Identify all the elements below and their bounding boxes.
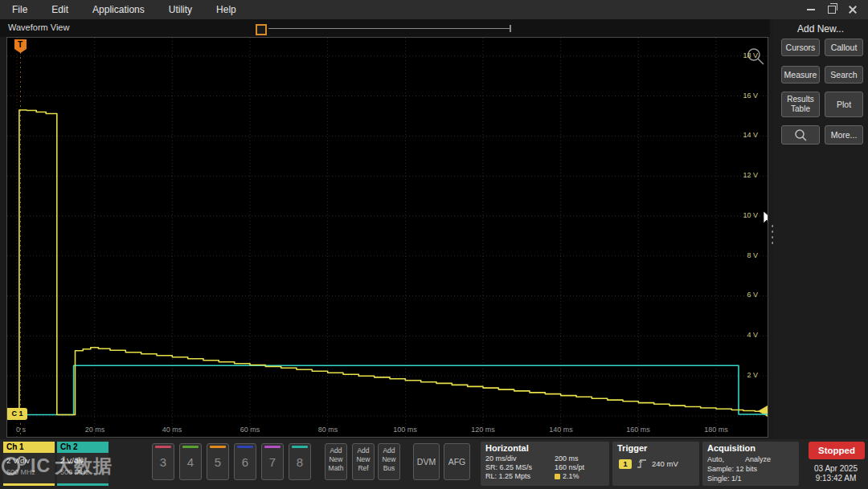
- channel8-label: 8: [289, 455, 310, 469]
- add-new-bus-line2: New: [382, 455, 395, 463]
- x-axis-label: 80 ms: [318, 426, 338, 434]
- menu-edit[interactable]: Edit: [39, 0, 80, 19]
- trigger-title: Trigger: [612, 442, 699, 453]
- channel5-color-stripe: [210, 446, 226, 448]
- window-controls: [800, 0, 863, 19]
- add-new-ref-button[interactable]: Add New Ref: [352, 443, 375, 480]
- waveform-canvas: T: [7, 38, 768, 437]
- add-new-bus-line1: Add: [383, 446, 395, 454]
- zoom-scrollbar-handle[interactable]: [256, 24, 267, 35]
- acquisition-sample: Sample: 12 bits: [707, 464, 799, 474]
- x-axis-label: 160 ms: [626, 426, 650, 434]
- more-button[interactable]: More...: [825, 125, 863, 145]
- channel6-button[interactable]: 6: [234, 443, 256, 480]
- trigger-panel[interactable]: Trigger 1 240 mV: [612, 442, 699, 486]
- close-button[interactable]: [842, 0, 863, 19]
- channel1-name: Ch 1: [3, 442, 55, 453]
- channel7-color-stripe: [264, 446, 280, 448]
- channel3-label: 3: [153, 455, 174, 469]
- add-new-ref-line1: Add: [357, 446, 369, 454]
- channel4-label: 4: [180, 455, 201, 469]
- zoom-scrollbar-track[interactable]: [268, 28, 510, 29]
- zoom-scrollbar[interactable]: [256, 22, 521, 35]
- add-new-ref-line3: Ref: [358, 464, 368, 472]
- search-button[interactable]: Search: [825, 66, 863, 84]
- channel4-button[interactable]: 4: [179, 443, 202, 480]
- y-axis-label: 8 V: [724, 251, 758, 259]
- channel1-ground-badge[interactable]: C 1: [7, 408, 27, 420]
- acquisition-analyze: Analyze: [745, 454, 771, 464]
- channel1-badge[interactable]: Ch 1 2 V/div 500 MHz: [3, 442, 55, 486]
- horizontal-position: 2.1%: [555, 472, 609, 480]
- x-axis-label: 100 ms: [393, 426, 417, 434]
- x-axis-label: 60 ms: [240, 426, 260, 434]
- dvm-button[interactable]: DVM: [413, 443, 440, 480]
- channel7-button[interactable]: 7: [261, 443, 284, 480]
- channel8-button[interactable]: 8: [289, 443, 311, 480]
- add-new-math-line2: New: [329, 455, 342, 463]
- trigger-source-badge: 1: [619, 459, 632, 469]
- measure-button[interactable]: Measure: [781, 66, 820, 84]
- x-axis-label: 20 ms: [85, 426, 105, 434]
- menu-utility[interactable]: Utility: [157, 0, 204, 19]
- restore-button[interactable]: [821, 0, 842, 19]
- horizontal-panel[interactable]: Horizontal 20 ms/div 200 ms SR: 6.25 MS/…: [481, 442, 609, 486]
- y-axis-label: 12 V: [724, 171, 758, 179]
- y-axis-label: 2 V: [724, 371, 758, 379]
- restore-icon: [828, 6, 836, 14]
- channel3-button[interactable]: 3: [152, 443, 174, 480]
- horizontal-scale: 20 ms/div: [485, 454, 555, 463]
- zoom-scrollbar-end-tick: [510, 25, 511, 32]
- menu-file[interactable]: File: [0, 0, 39, 19]
- x-axis-label: 0 s: [16, 426, 26, 434]
- add-new-math-button[interactable]: Add New Math: [325, 443, 347, 480]
- close-icon: [848, 5, 858, 14]
- callout-button[interactable]: Callout: [825, 39, 863, 56]
- acquisition-panel[interactable]: Acquisition Auto, Analyze Sample: 12 bit…: [702, 442, 799, 486]
- menu-applications[interactable]: Applications: [80, 0, 157, 19]
- horizontal-duration: 200 ms: [555, 454, 609, 463]
- channel2-badge[interactable]: Ch 2 2 V/div 500 MHz: [57, 442, 108, 486]
- y-axis-label: 16 V: [724, 92, 758, 100]
- menu-help[interactable]: Help: [204, 0, 248, 19]
- channel3-color-stripe: [155, 446, 171, 448]
- status-date: 03 Apr 2025: [804, 464, 868, 473]
- channel6-color-stripe: [237, 446, 253, 448]
- bottom-bar: Ch 1 2 V/div 500 MHz Ch 2 2 V/div 500 MH…: [0, 439, 868, 489]
- channel2-name: Ch 2: [57, 442, 108, 453]
- add-new-math-line3: Math: [329, 464, 344, 472]
- horizontal-title: Horizontal: [481, 442, 609, 453]
- waveform-display[interactable]: T 0 s 20 ms 40 ms 60 ms 80 ms 100 ms 120…: [6, 37, 768, 438]
- channel1-trace: [17, 110, 768, 415]
- channel6-label: 6: [235, 455, 256, 469]
- x-axis-label: 180 ms: [704, 426, 728, 434]
- plot-button[interactable]: Plot: [825, 92, 863, 117]
- add-new-bus-button[interactable]: Add New Bus: [378, 443, 400, 480]
- y-axis-label: 18 V: [724, 51, 758, 59]
- add-new-bus-line3: Bus: [383, 464, 395, 472]
- minimize-button[interactable]: [800, 0, 821, 19]
- position-icon: [555, 474, 560, 479]
- y-axis-label: 14 V: [724, 131, 758, 139]
- y-axis-label: 4 V: [724, 331, 758, 339]
- oscilloscope-app: File Edit Applications Utility Help Wave…: [0, 0, 868, 489]
- x-axis-label: 40 ms: [162, 426, 182, 434]
- add-new-title: Add New...: [773, 23, 868, 35]
- channel4-color-stripe: [182, 446, 199, 448]
- status-time: 9:13:42 AM: [804, 474, 868, 483]
- magnifier-icon: [794, 128, 807, 141]
- waveform-view-header: Waveform View: [0, 19, 770, 37]
- y-axis-label: 6 V: [724, 291, 758, 299]
- run-stop-status-button[interactable]: Stopped: [809, 442, 865, 459]
- results-table-button[interactable]: Results Table: [781, 92, 820, 117]
- add-new-math-line1: Add: [330, 446, 342, 454]
- afg-button[interactable]: AFG: [444, 443, 470, 480]
- cursors-button[interactable]: Cursors: [781, 39, 820, 56]
- horizontal-record-length: RL: 1.25 Mpts: [485, 472, 555, 480]
- waveform-view-title: Waveform View: [8, 22, 69, 32]
- channel5-button[interactable]: 5: [207, 443, 229, 480]
- trigger-flag-label: T: [18, 40, 23, 49]
- zoom-tool-button[interactable]: [781, 125, 820, 145]
- menu-items: File Edit Applications Utility Help: [0, 0, 248, 19]
- horizontal-resolution: 160 ns/pt: [555, 463, 609, 471]
